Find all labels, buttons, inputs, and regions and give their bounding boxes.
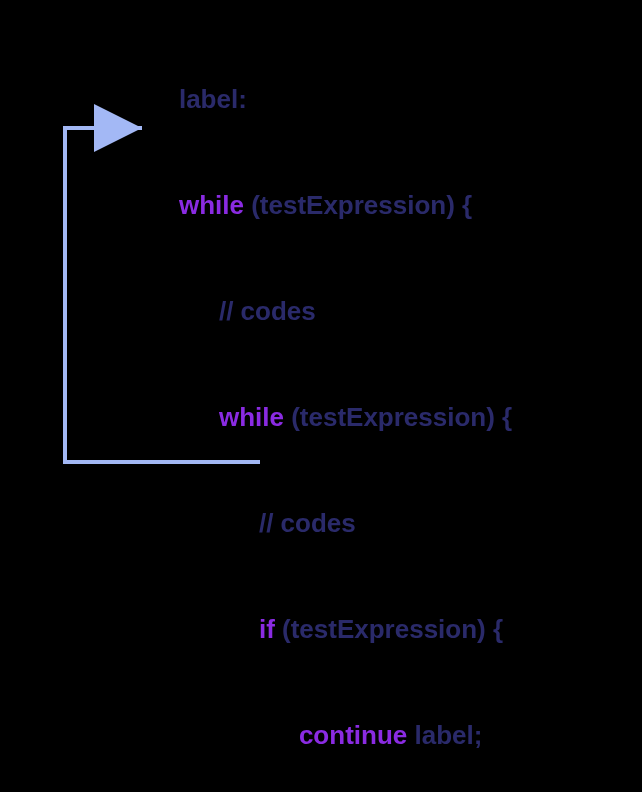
if-keyword: if: [259, 614, 275, 644]
codes-comment-outer-top: // codes: [150, 272, 512, 350]
if-condition: (testExpression) {: [275, 614, 503, 644]
continue-label: label;: [407, 720, 482, 750]
if-line: if (testExpression) {: [150, 590, 512, 668]
comment-text: // codes: [219, 296, 316, 326]
while-condition: (testExpression) {: [284, 402, 512, 432]
while-keyword: while: [219, 402, 284, 432]
inner-while-line: while (testExpression) {: [150, 378, 512, 456]
code-block: label: while (testExpression) { // codes…: [150, 60, 512, 792]
label-declaration: label:: [150, 60, 512, 138]
continue-line: continue label;: [150, 696, 512, 774]
label-text: label:: [179, 84, 247, 114]
outer-while-line: while (testExpression) {: [150, 166, 512, 244]
continue-keyword: continue: [299, 720, 407, 750]
codes-comment-inner-top: // codes: [150, 484, 512, 562]
while-condition: (testExpression) {: [244, 190, 472, 220]
comment-text: // codes: [259, 508, 356, 538]
while-keyword: while: [179, 190, 244, 220]
